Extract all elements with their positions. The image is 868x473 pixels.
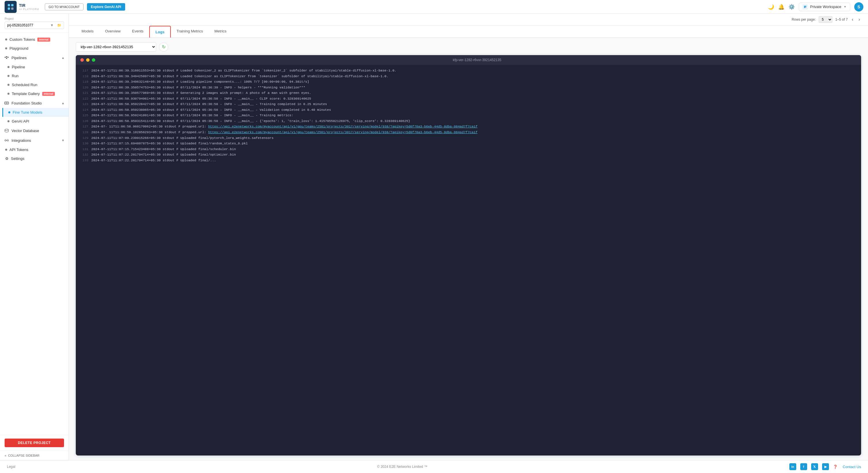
project-add-icon: 📁 — [57, 23, 61, 27]
log-line-text: 2024-07-11T11:06:58.959228427+05:30 stdo… — [91, 101, 327, 107]
sidebar-section-integrations[interactable]: Integrations ▼ — [0, 135, 69, 145]
log-line-num: 123 — [81, 101, 88, 107]
svg-rect-3 — [11, 7, 13, 10]
sidebar-item-api-tokens[interactable]: API Tokens — [0, 145, 69, 154]
sidebar-item-run[interactable]: Run — [2, 71, 69, 81]
log-line-text: 2024-07-11T11:07:15.694807875+05:30 stdo… — [91, 140, 248, 146]
workspace-chevron-icon: ▼ — [844, 5, 846, 8]
sidebar-item-pipeline[interactable]: Pipeline — [2, 63, 69, 71]
terminal-titlebar: kfp-ver-1282-r6vvr-3921452135 — [76, 55, 861, 65]
tab-overview[interactable]: Overview — [99, 26, 126, 37]
terminal-title: kfp-ver-1282-r6vvr-3921452135 — [453, 58, 501, 62]
log-line-text: 2024-07-11T11:06:58.959238065+05:30 stdo… — [91, 107, 331, 113]
sidebar-item-vector-database[interactable]: Vector Database — [0, 126, 69, 135]
collapse-sidebar-button[interactable]: « COLLAPSE SIDEBAR — [0, 451, 69, 460]
log-line-num: 122 — [81, 96, 88, 102]
log-line-num: 126 — [81, 118, 88, 124]
log-line-num: 118 — [81, 73, 88, 79]
sidebar-item-settings[interactable]: ⚙ Settings — [0, 154, 69, 163]
rows-per-page-select[interactable]: 5 10 25 — [818, 16, 832, 23]
logo-tir: TIR — [19, 3, 39, 8]
log-line-text: 2024-07-11T11:06:58.930794961+05:30 stdo… — [91, 96, 311, 102]
user-avatar[interactable]: S — [854, 2, 863, 11]
footer-legal[interactable]: Legal — [7, 465, 15, 469]
pipelines-icon — [4, 55, 9, 60]
linkedin-icon[interactable]: in — [789, 463, 796, 470]
tab-events[interactable]: Events — [126, 26, 149, 37]
sidebar-item-label: Scheduled Run — [12, 83, 37, 87]
topnav-right: 🌙 🔔 ⚙️ Private Workspace ▼ S — [768, 2, 863, 11]
tab-training-metrics[interactable]: Training Metrics — [171, 26, 209, 37]
sidebar-item-custom-tokens[interactable]: Custom Tokens Internal — [0, 35, 69, 44]
sidebar-section-pipelines[interactable]: Pipelines ▲ — [0, 53, 69, 63]
tab-models[interactable]: Models — [76, 26, 99, 37]
log-line-num: 125 — [81, 113, 88, 118]
tab-logs[interactable]: Logs — [149, 26, 171, 38]
log-line: 130 2024-07-11T11:07:15.694807875+05:30 … — [81, 140, 857, 146]
log-line-text: 2024-07-11T11:07:09.239915266+05:30 stdo… — [91, 135, 274, 141]
top-navigation: TIR AI PLATFORM GO TO MYACCOUNT Explore … — [0, 0, 868, 14]
log-line-num: 130 — [81, 140, 88, 146]
logo-subtitle: AI PLATFORM — [19, 8, 39, 11]
tab-metrics[interactable]: Metrics — [209, 26, 232, 37]
logo-icon — [7, 3, 14, 11]
notifications-button[interactable]: 🔔 — [778, 4, 784, 10]
foundation-svg — [4, 101, 9, 105]
vector-database-icon — [4, 128, 9, 133]
sidebar-bottom: DELETE PROJECT — [0, 435, 69, 451]
pipelines-label: Pipelines — [11, 56, 27, 60]
log-line-text: 2024-07-11T11:07:15.715423488+05:30 stdo… — [91, 146, 236, 152]
sidebar-item-fine-tune-models[interactable]: Fine Tune Models — [2, 108, 69, 117]
sidebar-item-label: Pipeline — [12, 65, 25, 69]
project-selector[interactable]: prj-05281051077 ▼ 📁 — [5, 22, 64, 29]
sidebar-item-scheduled-run[interactable]: Scheduled Run — [2, 81, 69, 89]
log-link[interactable]: https://api.e2enetworks.com/myaccount/ap… — [208, 130, 477, 134]
legal-link[interactable]: Legal — [7, 465, 15, 469]
sidebar-item-label: Run — [12, 74, 19, 78]
log-line-num: 121 — [81, 90, 88, 96]
sidebar-section-foundation-studio[interactable]: Foundation Studio ▲ — [0, 98, 69, 108]
sidebar-item-playground[interactable]: Playground — [0, 44, 69, 53]
refresh-logs-button[interactable]: ↻ — [159, 42, 168, 52]
contact-us-link[interactable]: Contact Us — [843, 465, 861, 469]
integrations-icon — [4, 138, 9, 143]
content-tabs: Models Overview Events Logs Training Met… — [69, 26, 868, 38]
previous-page-button[interactable]: ‹ — [850, 17, 854, 23]
workspace-icon — [803, 4, 808, 9]
delete-project-button[interactable]: DELETE PROJECT — [5, 439, 64, 447]
sidebar-item-template-gallery[interactable]: Template Gallery Internal — [2, 89, 69, 98]
log-controls: kfp-ver-1282-r6vvr-3921452135 ↻ — [76, 42, 861, 52]
settings-button[interactable]: ⚙️ — [788, 4, 795, 10]
settings-nav-icon: ⚙ — [5, 156, 9, 161]
workspace-selector[interactable]: Private Workspace ▼ — [799, 3, 850, 11]
project-section: Project prj-05281051077 ▼ 📁 — [0, 14, 69, 33]
facebook-icon[interactable]: f — [800, 463, 807, 470]
log-link[interactable]: https://api.e2enetworks.com/myaccount/ap… — [208, 125, 477, 128]
my-account-button[interactable]: GO TO MYACCOUNT — [45, 3, 83, 10]
project-label: Project — [5, 17, 64, 20]
log-line-text: 2024-07-11T11:06:39.350577969+05:30 stdo… — [91, 90, 311, 96]
theme-toggle-button[interactable]: 🌙 — [768, 4, 774, 10]
rss-icon[interactable]: ▶ — [822, 463, 829, 470]
twitter-icon[interactable]: 𝕏 — [811, 463, 818, 470]
log-line-num: 129 — [81, 135, 88, 141]
log-line-text: 2024-07-11T11:06:39.349632146+05:30 stdo… — [91, 79, 309, 85]
workspace-svg — [803, 5, 807, 9]
sidebar-item-label: GenAI API — [12, 119, 29, 123]
log-line-num: 119 — [81, 79, 88, 85]
log-line: 123 2024-07-11T11:06:58.959228427+05:30 … — [81, 101, 857, 107]
log-line-num: 128 — [81, 129, 88, 135]
sidebar-item-genai-api[interactable]: GenAI API — [2, 117, 69, 126]
nav-dot-icon — [5, 48, 7, 50]
terminal-body[interactable]: 117 2024-07-11T11:06:39.316011553+05:30 … — [76, 65, 861, 455]
next-page-button[interactable]: › — [857, 17, 861, 23]
svg-rect-11 — [6, 58, 7, 59]
collapse-icon: « — [5, 454, 6, 457]
logo-box — [5, 1, 17, 13]
log-pod-selector[interactable]: kfp-ver-1282-r6vvr-3921452135 — [76, 42, 156, 52]
explore-genai-button[interactable]: Explore GenAI API — [87, 3, 125, 11]
sidebar-item-label: Template Gallery — [12, 92, 40, 96]
log-line-num: 117 — [81, 68, 88, 73]
main-layout: Project prj-05281051077 ▼ 📁 Custom Token… — [0, 14, 868, 460]
log-line-num: 127 — [81, 124, 88, 129]
